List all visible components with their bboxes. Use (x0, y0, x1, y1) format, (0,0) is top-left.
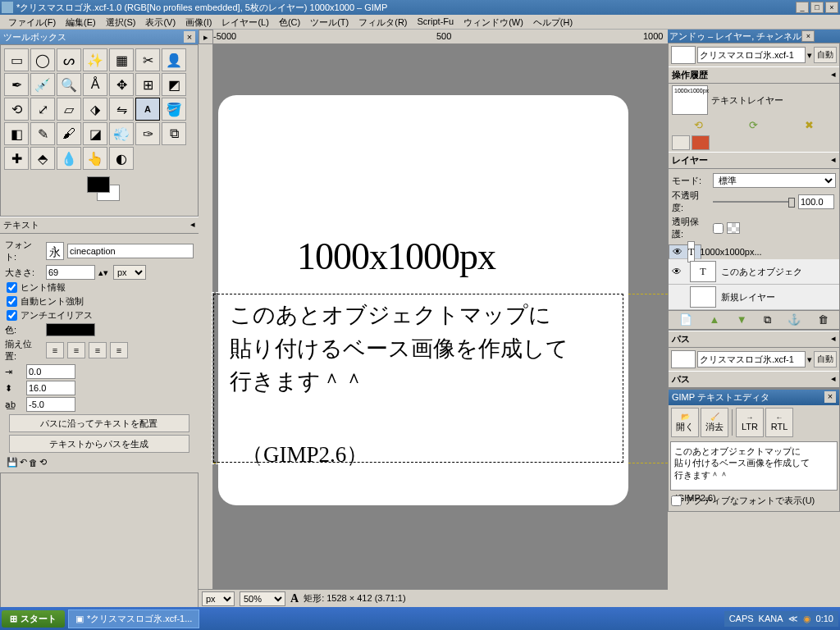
collapse-icon[interactable]: ◂ (831, 373, 836, 386)
menu-filters[interactable]: フィルタ(R) (354, 15, 412, 29)
editor-clear-button[interactable]: 🧹消去 (701, 408, 728, 437)
blend-tool[interactable]: ◧ (4, 122, 29, 145)
scissors-tool[interactable]: ✂ (135, 48, 160, 71)
opacity-slider[interactable] (713, 196, 795, 208)
unit-select[interactable]: px (202, 591, 235, 606)
eraser-tool[interactable]: ◪ (83, 122, 107, 145)
font-preview[interactable]: 永 (46, 242, 64, 260)
path-from-text-button[interactable]: テキストからパスを生成 (9, 435, 190, 453)
dodge-burn-tool[interactable]: ◐ (109, 147, 134, 170)
perspective-clone-tool[interactable]: ⬘ (30, 147, 55, 170)
auto-button[interactable]: 自動 (814, 47, 837, 63)
close-button[interactable]: × (825, 2, 838, 13)
dropdown-icon[interactable]: ▾ (807, 354, 812, 365)
ink-tool[interactable]: ✑ (135, 122, 160, 145)
unit-select[interactable]: px (113, 265, 146, 280)
zoom-tool[interactable]: 🔍 (57, 73, 81, 96)
duplicate-layer-icon[interactable]: ⧉ (764, 313, 771, 326)
foreground-color[interactable] (87, 176, 110, 193)
layer-row[interactable]: 👁 T 1000x1000px... (669, 244, 701, 259)
system-tray[interactable]: CAPS KANA ≪ ◉ 0:10 (724, 611, 838, 627)
undo-icon[interactable]: ⟲ (694, 119, 703, 131)
justify-left-button[interactable]: ≡ (46, 342, 64, 358)
text-color-swatch[interactable] (46, 323, 95, 336)
perspective-tool[interactable]: ⬗ (83, 98, 107, 121)
measure-tool[interactable]: Å (83, 73, 107, 96)
bucket-fill-tool[interactable]: 🪣 (162, 98, 186, 121)
editor-rtl-button[interactable]: ←RTL (765, 408, 793, 437)
history-item[interactable]: 1000x1000px テキストレイヤー (669, 84, 839, 116)
blur-tool[interactable]: 💧 (57, 147, 81, 170)
menu-help[interactable]: ヘルプ(H) (528, 15, 578, 29)
delete-options-icon[interactable]: 🗑 (29, 458, 38, 468)
clone-tool[interactable]: ⧉ (162, 122, 186, 145)
color-picker-tool[interactable]: 💉 (30, 73, 55, 96)
channels-tab[interactable] (692, 135, 710, 150)
fg-bg-colors[interactable] (79, 176, 120, 206)
save-options-icon[interactable]: 💾 (7, 457, 18, 468)
antialias-checkbox[interactable] (7, 310, 17, 321)
smudge-tool[interactable]: 👆 (83, 147, 107, 170)
text-along-path-button[interactable]: パスに沿ってテキストを配置 (9, 414, 190, 432)
layer-row[interactable]: 👁 T このあとオブジェク (669, 259, 839, 285)
tray-icon[interactable]: ◉ (803, 614, 811, 624)
justify-right-button[interactable]: ≡ (67, 342, 85, 358)
move-tool[interactable]: ✥ (109, 73, 134, 96)
mode-select[interactable]: 標準 (713, 173, 836, 188)
reset-options-icon[interactable]: ⟲ (39, 457, 47, 468)
vertical-ruler[interactable] (199, 44, 213, 615)
line-spacing-input[interactable] (26, 381, 75, 395)
menu-color[interactable]: 色(C) (274, 15, 305, 29)
text-tool[interactable]: A (135, 98, 160, 121)
dock-close-icon[interactable]: × (801, 30, 815, 42)
collapse-icon[interactable]: ◂ (831, 333, 836, 345)
justify-center-button[interactable]: ≡ (89, 342, 107, 358)
minimize-button[interactable]: _ (796, 2, 809, 13)
image-select-dropdown[interactable]: クリスマスロゴ氷.xcf-1 (697, 47, 806, 63)
restore-options-icon[interactable]: ↶ (20, 457, 27, 468)
text-editor-textarea[interactable]: このあとオブジェクトマップに 貼り付けるベース画像を作成して 行きます＾＾ (G… (670, 441, 838, 491)
anchor-layer-icon[interactable]: ⚓ (788, 313, 801, 326)
flip-tool[interactable]: ⇋ (109, 98, 134, 121)
paintbrush-tool[interactable]: 🖌 (57, 122, 81, 145)
indent-input[interactable] (26, 364, 75, 379)
opacity-input[interactable] (798, 194, 834, 209)
size-input[interactable] (46, 265, 95, 280)
lower-layer-icon[interactable]: ▼ (737, 313, 747, 326)
editor-ltr-button[interactable]: →LTR (736, 408, 764, 437)
taskbar-item[interactable]: ▣ *クリスマスロゴ氷.xcf-1... (68, 609, 199, 628)
free-select-tool[interactable]: ᔕ (57, 48, 81, 71)
delete-layer-icon[interactable]: 🗑 (818, 313, 829, 326)
heal-tool[interactable]: ✚ (4, 147, 29, 170)
menu-scriptfu[interactable]: Script-Fu (413, 15, 459, 29)
autohint-checkbox[interactable] (7, 296, 17, 307)
menu-edit[interactable]: 編集(E) (61, 15, 101, 29)
visibility-icon[interactable]: 👁 (672, 266, 685, 277)
layers-tab[interactable] (672, 135, 690, 150)
collapse-icon[interactable]: ◂ (831, 69, 836, 81)
raise-layer-icon[interactable]: ▲ (710, 313, 720, 326)
layer-row[interactable]: 新規レイヤー (669, 285, 839, 310)
ellipse-select-tool[interactable]: ◯ (30, 48, 55, 71)
redo-icon[interactable]: ⟳ (749, 119, 758, 131)
zoom-select[interactable]: 50% (240, 591, 285, 606)
start-button[interactable]: ⊞ スタート (2, 610, 65, 628)
menu-view[interactable]: 表示(V) (140, 15, 180, 29)
pencil-tool[interactable]: ✎ (30, 122, 55, 145)
rect-select-tool[interactable]: ▭ (4, 48, 29, 71)
image-select-dropdown[interactable]: クリスマスロゴ氷.xcf-1 (697, 351, 806, 368)
menu-select[interactable]: 選択(S) (101, 15, 141, 29)
active-font-checkbox[interactable] (671, 495, 682, 506)
collapse-icon[interactable]: ◂ (190, 219, 195, 231)
image-thumbnail[interactable] (671, 46, 696, 64)
paths-tool[interactable]: ✒ (4, 73, 29, 96)
by-color-select-tool[interactable]: ▦ (109, 48, 134, 71)
menu-image[interactable]: 画像(I) (180, 15, 217, 29)
clear-history-icon[interactable]: ✖ (805, 119, 814, 131)
maximize-button[interactable]: □ (810, 2, 824, 13)
foreground-select-tool[interactable]: 👤 (162, 48, 186, 71)
auto-button[interactable]: 自動 (814, 351, 837, 368)
horizontal-ruler[interactable]: -500 0 500 1000 (213, 30, 668, 44)
justify-fill-button[interactable]: ≡ (110, 342, 128, 358)
dropdown-icon[interactable]: ▾ (807, 50, 812, 61)
